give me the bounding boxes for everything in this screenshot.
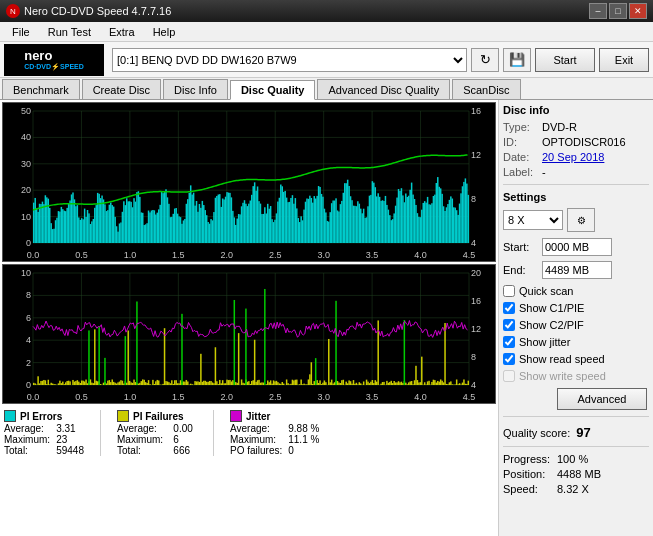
c2pif-label: Show C2/PIF [519, 319, 584, 331]
pi-errors-color [4, 410, 16, 422]
write-speed-checkbox [503, 370, 515, 382]
quick-scan-label: Quick scan [519, 285, 573, 297]
pi-failures-label: PI Failures [133, 411, 184, 422]
tab-advanced-disc-quality[interactable]: Advanced Disc Quality [317, 79, 450, 99]
disc-date-value: 20 Sep 2018 [542, 151, 604, 163]
save-icon-button[interactable]: 💾 [503, 48, 531, 72]
bottom-chart [2, 264, 496, 404]
app-icon: N [6, 4, 20, 18]
titlebar: N Nero CD-DVD Speed 4.7.7.16 – □ ✕ [0, 0, 653, 22]
disc-label-row: Label: - [503, 166, 649, 178]
exit-button[interactable]: Exit [599, 48, 649, 72]
legend-jitter: Jitter Average: 9.88 % Maximum: 11.1 % P… [230, 410, 319, 456]
jitter-color [230, 410, 242, 422]
pi-errors-label: PI Errors [20, 411, 62, 422]
progress-row: Progress: 100 % [503, 453, 649, 465]
right-panel: Disc info Type: DVD-R ID: OPTODISCR016 D… [498, 100, 653, 536]
legend-divider2 [213, 410, 214, 456]
disc-info-title: Disc info [503, 104, 649, 116]
legend-divider1 [100, 410, 101, 456]
quality-score-value: 97 [576, 425, 590, 440]
c1pie-row: Show C1/PIE [503, 302, 649, 314]
tab-benchmark[interactable]: Benchmark [2, 79, 80, 99]
close-button[interactable]: ✕ [629, 3, 647, 19]
start-mb-row: Start: [503, 238, 649, 256]
tab-disc-info[interactable]: Disc Info [163, 79, 228, 99]
progress-value: 100 % [557, 453, 588, 465]
logo-subtext: CD·DVD⚡SPEED [24, 63, 84, 71]
jitter-label: Jitter [246, 411, 270, 422]
read-speed-row: Show read speed [503, 353, 649, 365]
menu-help[interactable]: Help [145, 22, 184, 41]
tab-scandisc[interactable]: ScanDisc [452, 79, 520, 99]
divider3 [503, 446, 649, 447]
disc-type-value: DVD-R [542, 121, 577, 133]
jitter-label-cb: Show jitter [519, 336, 570, 348]
chart-area: PI Errors Average: 3.31 Maximum: 23 Tota… [0, 100, 498, 536]
c1pie-checkbox[interactable] [503, 302, 515, 314]
speed-row: Speed: 8.32 X [503, 483, 649, 495]
tabs: Benchmark Create Disc Disc Info Disc Qua… [0, 78, 653, 100]
menubar: File Run Test Extra Help [0, 22, 653, 42]
write-speed-row: Show write speed [503, 370, 649, 382]
jitter-row: Show jitter [503, 336, 649, 348]
c1pie-label: Show C1/PIE [519, 302, 584, 314]
drive-select[interactable]: [0:1] BENQ DVD DD DW1620 B7W9 [112, 48, 467, 72]
position-row: Position: 4488 MB [503, 468, 649, 480]
titlebar-text: Nero CD-DVD Speed 4.7.7.16 [24, 5, 171, 17]
end-mb-row: End: [503, 261, 649, 279]
legend-pi-failures: PI Failures Average: 0.00 Maximum: 6 Tot… [117, 410, 197, 456]
disc-label-value: - [542, 166, 546, 178]
disc-id-row: ID: OPTODISCR016 [503, 136, 649, 148]
settings-icon-button[interactable]: ⚙ [567, 208, 595, 232]
disc-type-row: Type: DVD-R [503, 121, 649, 133]
legend-area: PI Errors Average: 3.31 Maximum: 23 Tota… [2, 406, 496, 460]
read-speed-checkbox[interactable] [503, 353, 515, 365]
toolbar: nero CD·DVD⚡SPEED [0:1] BENQ DVD DD DW16… [0, 42, 653, 78]
jitter-checkbox[interactable] [503, 336, 515, 348]
minimize-button[interactable]: – [589, 3, 607, 19]
reload-icon-button[interactable]: ↻ [471, 48, 499, 72]
end-mb-input[interactable] [542, 261, 612, 279]
position-value: 4488 MB [557, 468, 601, 480]
start-mb-input[interactable] [542, 238, 612, 256]
top-chart [2, 102, 496, 262]
legend-pi-errors: PI Errors Average: 3.31 Maximum: 23 Tota… [4, 410, 84, 456]
read-speed-label: Show read speed [519, 353, 605, 365]
settings-title: Settings [503, 191, 649, 203]
logo-text: nero [24, 48, 84, 63]
speed-value: 8.32 X [557, 483, 589, 495]
menu-file[interactable]: File [4, 22, 38, 41]
menu-extra[interactable]: Extra [101, 22, 143, 41]
start-button[interactable]: Start [535, 48, 595, 72]
quality-score-row: Quality score: 97 [503, 425, 649, 440]
pi-failures-color [117, 410, 129, 422]
maximize-button[interactable]: □ [609, 3, 627, 19]
tab-create-disc[interactable]: Create Disc [82, 79, 161, 99]
quick-scan-row: Quick scan [503, 285, 649, 297]
tab-disc-quality[interactable]: Disc Quality [230, 80, 316, 100]
write-speed-label: Show write speed [519, 370, 606, 382]
menu-runtest[interactable]: Run Test [40, 22, 99, 41]
quick-scan-checkbox[interactable] [503, 285, 515, 297]
c2pif-checkbox[interactable] [503, 319, 515, 331]
divider1 [503, 184, 649, 185]
c2pif-row: Show C2/PIF [503, 319, 649, 331]
divider2 [503, 416, 649, 417]
speed-settings-row: 8 X 4 X 12 X 16 X ⚙ [503, 208, 649, 232]
disc-date-row: Date: 20 Sep 2018 [503, 151, 649, 163]
app-logo: nero CD·DVD⚡SPEED [4, 44, 104, 76]
main-content: PI Errors Average: 3.31 Maximum: 23 Tota… [0, 100, 653, 536]
disc-id-value: OPTODISCR016 [542, 136, 626, 148]
speed-select[interactable]: 8 X 4 X 12 X 16 X [503, 210, 563, 230]
advanced-button[interactable]: Advanced [557, 388, 647, 410]
